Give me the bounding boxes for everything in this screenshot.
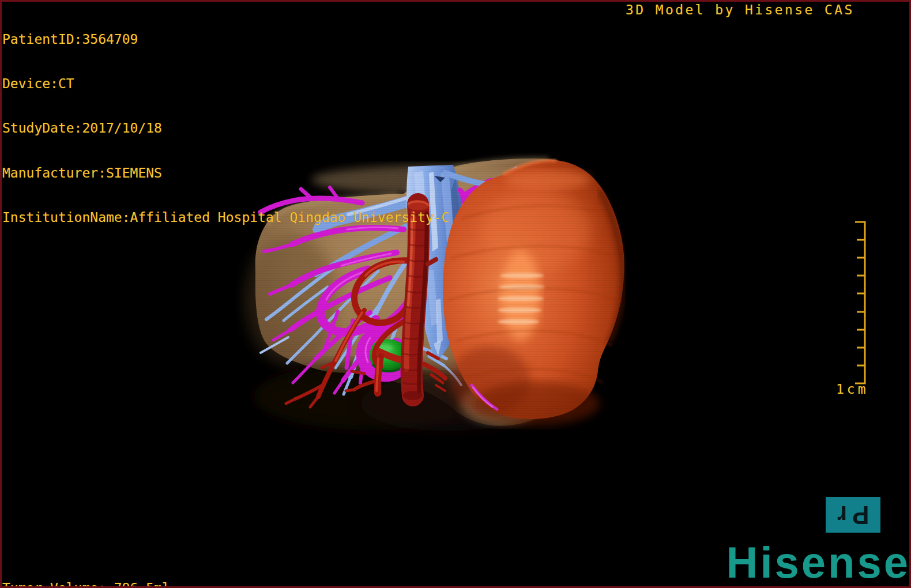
scale-bar-label: 1cm — [836, 382, 869, 397]
volume-info-block: Tumor Volume: 796.5ml Liver Volume: 1680… — [2, 551, 170, 588]
study-date-text: StudyDate:2017/10/18 — [2, 121, 449, 136]
manufacturer-text: Manufacturer:SIEMENS — [2, 166, 449, 181]
watermark-text: 3D Model by Hisense CAS — [626, 3, 854, 18]
patient-info-block: PatientID:3564709 Device:CT StudyDate:20… — [2, 2, 449, 255]
brand-logo: Hisense — [726, 541, 911, 585]
device-text: Device:CT — [2, 77, 449, 92]
tumor-volume-text: Tumor Volume: 796.5ml — [2, 581, 170, 588]
scale-bar — [855, 222, 865, 383]
patient-id-text: PatientID:3564709 — [2, 32, 449, 47]
institution-text: InstitutionName:Affiliated Hospital Qing… — [2, 210, 449, 225]
tumor-model[interactable] — [443, 160, 624, 425]
orientation-marker: Pr — [826, 497, 880, 533]
cas-3d-viewer-window: PatientID:3564709 Device:CT StudyDate:20… — [0, 0, 911, 588]
orientation-marker-glyphs: Pr — [832, 502, 874, 527]
